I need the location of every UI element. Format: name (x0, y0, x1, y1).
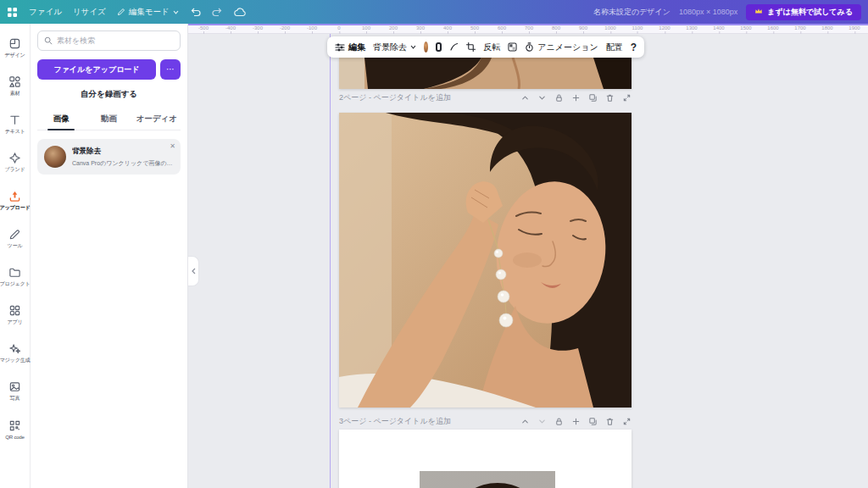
page-1-photo[interactable] (339, 58, 632, 89)
move-down-icon[interactable] (537, 417, 547, 426)
sidebar-item-label: ツール (8, 242, 23, 250)
add-page-icon[interactable] (571, 417, 581, 426)
ruler-tick: 1500 (740, 25, 751, 30)
undo-icon[interactable] (190, 8, 201, 17)
canva-home-icon[interactable] (7, 7, 18, 18)
sidebar-item-design[interactable]: デザイン (0, 29, 31, 67)
projects-icon (8, 266, 21, 279)
page-3-header: 3ページ - ページタイトルを追加 (339, 415, 632, 427)
chevron-down-icon (173, 10, 179, 14)
tab-videos[interactable]: 動画 (85, 110, 132, 130)
sidebar-item-tools[interactable]: ツール (0, 219, 31, 258)
apps-icon (8, 304, 21, 317)
sidebar-item-uploads[interactable]: アップロード (0, 181, 31, 219)
bg-remover-promo-card: 背景除去 Canva Proのワンクリックで画像の背景を削除 ✕ (37, 139, 181, 175)
line-weight-button[interactable] (449, 42, 459, 52)
cloud-save-icon[interactable] (234, 8, 247, 17)
duplicate-page-icon[interactable] (588, 417, 598, 426)
panel-collapse-handle[interactable] (188, 256, 199, 286)
tab-label: 動画 (101, 114, 117, 123)
edit-sliders-icon (335, 42, 345, 53)
ruler-tick: 1800 (821, 25, 832, 30)
sidebar-item-apps[interactable]: アプリ (0, 296, 31, 334)
ruler[interactable]: -500-400-300-200-10001002003004005006007… (188, 25, 868, 34)
ruler-tick: -200 (280, 25, 290, 30)
media-tabs: 画像 動画 オーディオ (37, 110, 181, 130)
close-icon[interactable]: ✕ (170, 142, 175, 150)
crop-button[interactable] (466, 42, 476, 52)
search-input[interactable] (57, 36, 174, 45)
expand-page-icon[interactable] (622, 93, 632, 103)
sidebar-rail: デザイン 素材 テキスト ブランド アップロード ツール プロジェクト アプリ (0, 24, 31, 488)
record-yourself-link[interactable]: 自分を録画する (37, 89, 181, 100)
redo-icon[interactable] (212, 8, 223, 17)
sidebar-item-projects[interactable]: プロジェクト (0, 258, 31, 296)
color-swatch[interactable] (424, 42, 428, 53)
ruler-tick: 1700 (794, 25, 805, 30)
duplicate-page-icon[interactable] (588, 93, 598, 103)
help-button[interactable]: ? (631, 42, 637, 53)
position-button[interactable]: 配置 (606, 42, 623, 53)
ruler-tick: 1000 (604, 25, 615, 30)
trial-button[interactable]: まずは無料で試してみる (746, 4, 861, 20)
trial-button-label: まずは無料で試してみる (767, 7, 853, 18)
upload-files-button[interactable]: ファイルをアップロード (37, 59, 156, 80)
menu-resize[interactable]: リサイズ (73, 7, 106, 18)
page-3-title[interactable]: 3ページ - ページタイトルを追加 (339, 416, 451, 427)
ruler-tick: 800 (552, 25, 560, 30)
tab-label: 画像 (53, 114, 70, 123)
delete-page-icon[interactable] (605, 417, 615, 426)
sidebar-item-qr-code[interactable]: QR code (0, 410, 31, 448)
elements-icon (8, 75, 21, 88)
lock-icon[interactable] (554, 417, 564, 426)
menu-edit-mode-label: 編集モード (129, 7, 170, 18)
move-up-icon[interactable] (520, 417, 530, 426)
crop-icon (466, 42, 476, 52)
sidebar-item-elements[interactable]: 素材 (0, 67, 31, 105)
ruler-tick: 1400 (713, 25, 724, 30)
search-icon (44, 33, 53, 48)
ruler-tick: 300 (416, 25, 425, 30)
page-2-title[interactable]: 2ページ - ページタイトルを追加 (339, 92, 451, 103)
animate-button[interactable]: アニメーション (525, 42, 598, 53)
sidebar-item-label: アップロード (0, 204, 31, 212)
chevron-down-icon (410, 45, 416, 49)
sidebar-item-text[interactable]: テキスト (0, 105, 31, 143)
tab-images[interactable]: 画像 (37, 110, 85, 130)
menu-file[interactable]: ファイル (29, 7, 62, 18)
flip-button[interactable]: 反転 (483, 42, 500, 53)
page-3[interactable] (339, 430, 632, 488)
transparency-button[interactable] (508, 42, 517, 52)
ruler-tick: -500 (198, 25, 209, 30)
sidebar-item-photos[interactable]: 写真 (0, 372, 31, 410)
design-title[interactable]: 名称未設定のデザイン (593, 7, 670, 18)
page-2[interactable] (339, 113, 632, 408)
qr-code-icon (8, 419, 21, 432)
move-down-icon[interactable] (537, 93, 547, 103)
ruler-tick: 1300 (686, 25, 697, 30)
menu-edit-mode[interactable]: 編集モード (117, 7, 179, 18)
flip-label: 反転 (483, 42, 500, 53)
ruler-tick: 1200 (659, 25, 670, 30)
upload-more-button[interactable]: ⋯ (160, 59, 181, 80)
lock-icon[interactable] (554, 93, 564, 103)
bg-remover-button[interactable]: 背景除去 (373, 42, 416, 53)
move-up-icon[interactable] (520, 93, 530, 103)
edit-button[interactable]: 編集 (335, 42, 365, 53)
ruler-tick: 700 (525, 25, 533, 30)
expand-page-icon[interactable] (622, 417, 632, 426)
animate-label: アニメーション (537, 42, 598, 53)
border-style-icon[interactable] (436, 42, 442, 52)
tab-audio[interactable]: オーディオ (133, 110, 181, 130)
sidebar-item-magic[interactable]: マジック生成 (0, 334, 31, 372)
ruler-tick: 0 (337, 25, 340, 30)
menu-file-label: ファイル (29, 7, 62, 18)
page-3-photo[interactable] (420, 471, 555, 488)
sidebar-item-label: 素材 (10, 90, 20, 97)
sidebar-item-brand[interactable]: ブランド (0, 143, 31, 181)
page-1[interactable] (339, 58, 632, 89)
add-page-icon[interactable] (571, 93, 581, 103)
page-2-photo[interactable] (339, 113, 632, 408)
crown-icon (754, 8, 763, 16)
delete-page-icon[interactable] (605, 93, 615, 103)
